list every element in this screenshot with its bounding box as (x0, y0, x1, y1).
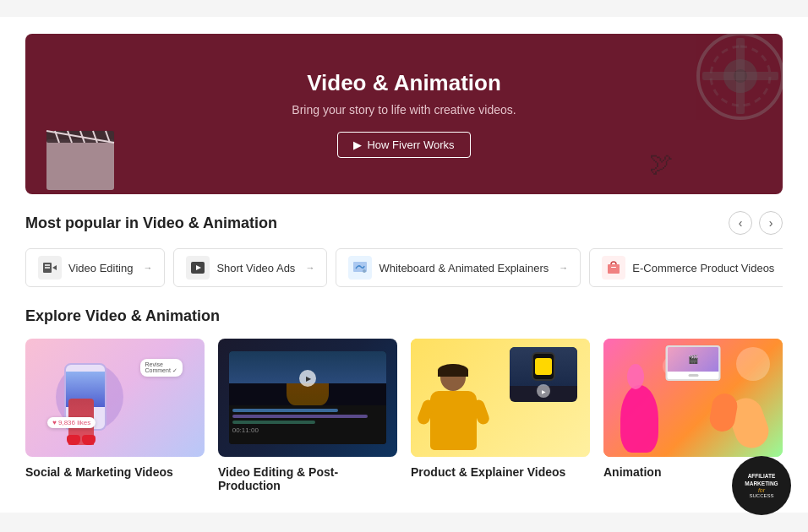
chip-arrow-short-video: → (305, 263, 314, 273)
person-head (440, 364, 466, 391)
tablet-icon: 🎬 (688, 355, 698, 364)
animation-card-inner: 🎬 (603, 339, 783, 457)
chip-arrow-whiteboard: → (559, 263, 568, 273)
page-wrapper: 🕊 Video & Animation Bring your story to … (0, 0, 808, 513)
flamingo-body (620, 385, 658, 453)
product-screen-mock: ▶ (510, 347, 577, 402)
short-video-icon (186, 256, 210, 280)
svg-rect-23 (611, 267, 616, 268)
editing-card-image: ▶ 00:11:00 (218, 339, 397, 457)
hero-title: Video & Animation (307, 70, 501, 96)
affiliate-text-line3: for (758, 487, 765, 493)
timeline-area: 00:11:00 (229, 405, 387, 444)
tablet-screen: 🎬 (668, 347, 719, 372)
social-card-image: ♥ 9,836 likes ReviseComment ✓ (25, 339, 205, 457)
bird-decoration: 🕊 (649, 149, 673, 177)
play-icon-small: ▶ (306, 375, 311, 383)
video-editing-icon (38, 256, 62, 280)
chip-label-ecommerce: E-Commerce Product Videos (632, 262, 774, 274)
chip-arrow-video-editing: → (143, 263, 152, 273)
tablet-bar (688, 374, 698, 377)
clapperboard-decoration (42, 118, 118, 194)
most-popular-header: Most popular in Video & Animation ‹ › (25, 211, 783, 235)
product-card-inner: ▶ (411, 339, 590, 457)
explore-card-social[interactable]: ♥ 9,836 likes ReviseComment ✓ Social & M… (25, 339, 205, 492)
svg-rect-6 (46, 139, 114, 190)
hero-banner: 🕊 Video & Animation Bring your story to … (25, 34, 783, 194)
play-icon: ▶ (353, 138, 362, 151)
svg-point-21 (363, 269, 366, 273)
like-count: 9,836 likes (58, 419, 90, 426)
timeline-bar-2 (232, 415, 369, 418)
chip-label-short-video: Short Video Ads (216, 262, 295, 274)
play-button-overlay: ▶ (299, 370, 316, 387)
timeline-bar-1 (232, 409, 338, 412)
chip-short-video-ads[interactable]: Short Video Ads → (173, 248, 327, 287)
social-card-inner: ♥ 9,836 likes ReviseComment ✓ (43, 350, 187, 445)
social-card-label: Social & Marketing Videos (25, 465, 205, 479)
person-body-product (430, 391, 477, 450)
timeline-bar-3 (232, 421, 315, 424)
whiteboard-icon (348, 256, 372, 280)
product-card-label: Product & Explainer Videos (411, 465, 590, 479)
svg-marker-15 (52, 265, 57, 270)
heart-icon: ♥ (52, 419, 57, 426)
product-card-image: ▶ (411, 339, 590, 457)
hair (438, 364, 468, 377)
ecommerce-icon (602, 256, 625, 280)
next-arrow-button[interactable]: › (759, 211, 783, 235)
explore-title: Explore Video & Animation (25, 307, 220, 325)
top-bar (0, 0, 808, 17)
comment-bubble: ReviseComment ✓ (140, 359, 183, 377)
affiliate-text-line1: AFFILIATE (748, 473, 776, 480)
chip-video-editing[interactable]: Video Editing → (25, 248, 165, 287)
hero-subtitle: Bring your story to life with creative v… (292, 103, 516, 117)
sneaker-left (67, 435, 80, 445)
svg-rect-4 (736, 38, 745, 114)
chip-whiteboard[interactable]: Whiteboard & Animated Explainers → (336, 248, 581, 287)
tablet-mock: 🎬 (666, 345, 721, 381)
watch-product (532, 352, 555, 381)
most-popular-section: Most popular in Video & Animation ‹ › Vi… (0, 211, 808, 307)
chip-label-whiteboard: Whiteboard & Animated Explainers (379, 262, 549, 274)
svg-rect-22 (608, 264, 620, 274)
affiliate-badge: AFFILIATE MARKETING for Success (732, 456, 791, 513)
explore-card-editing[interactable]: ▶ 00:11:00 Vid (218, 339, 397, 492)
watch-face (535, 358, 552, 375)
explore-section: Explore Video & Animation (0, 307, 808, 513)
most-popular-title: Most popular in Video & Animation (25, 214, 277, 232)
explore-card-product[interactable]: ▶ (411, 339, 590, 492)
hero-button-label: How Fiverr Works (367, 138, 454, 151)
screen-play-btn: ▶ (537, 384, 550, 398)
affiliate-text-line2: MARKETING (745, 480, 778, 487)
sneaker-right (82, 435, 96, 445)
affiliate-text-line4: Success (749, 493, 773, 498)
animation-card-image: 🎬 (603, 339, 783, 457)
play-icon-screen: ▶ (542, 388, 546, 394)
chip-ecommerce[interactable]: E-Commerce Product Videos → (589, 248, 783, 287)
person-woman (423, 364, 483, 457)
video-preview: ▶ (229, 351, 387, 404)
how-fiverr-works-button[interactable]: ▶ How Fiverr Works (337, 132, 470, 158)
film-reel-decoration (690, 34, 783, 127)
nav-arrows: ‹ › (729, 211, 783, 235)
editing-screen-mock: ▶ 00:11:00 (229, 351, 387, 443)
editing-card-label: Video Editing & Post-Production (218, 465, 397, 492)
deco-circle-1 (736, 347, 770, 381)
timeline-controls: 00:11:00 (232, 426, 384, 434)
flamingo-neck (627, 364, 644, 389)
like-badge: ♥ 9,836 likes (47, 417, 96, 428)
explore-grid: ♥ 9,836 likes ReviseComment ✓ Social & M… (25, 339, 783, 492)
chip-label-video-editing: Video Editing (68, 262, 133, 274)
screen-content (510, 347, 577, 386)
time-display: 00:11:00 (232, 426, 259, 434)
explore-header: Explore Video & Animation (25, 307, 783, 325)
category-chips-row: Video Editing → Short Video Ads → (25, 248, 783, 287)
prev-arrow-button[interactable]: ‹ (729, 211, 752, 235)
